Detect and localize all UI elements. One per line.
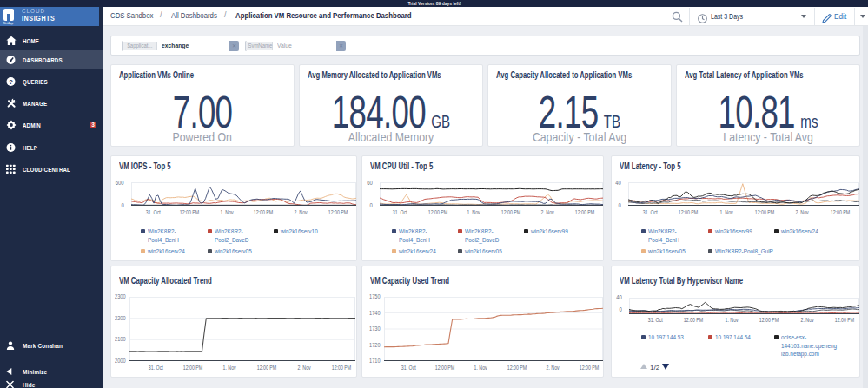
svg-text:?: ?: [9, 78, 13, 86]
